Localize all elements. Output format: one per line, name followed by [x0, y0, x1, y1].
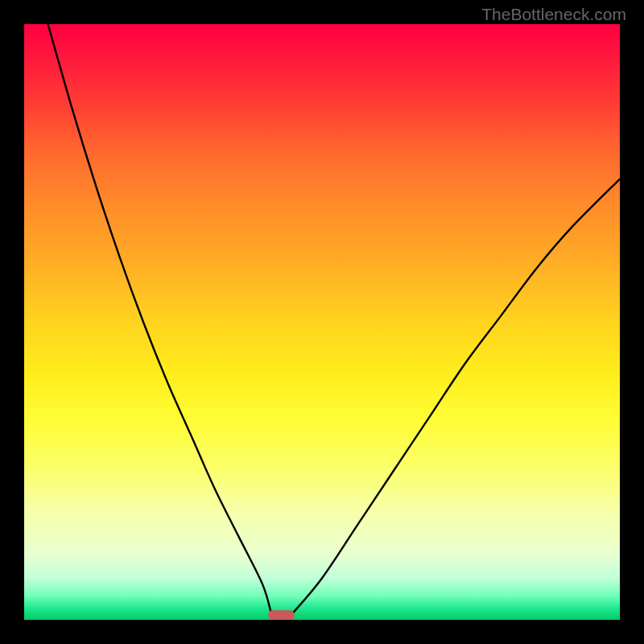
left-curve — [48, 24, 272, 614]
right-curve — [292, 179, 620, 613]
watermark-text: TheBottleneck.com — [481, 5, 626, 24]
curve-layer — [24, 24, 620, 620]
bottleneck-marker — [268, 610, 295, 620]
chart-plot-area — [24, 24, 620, 620]
